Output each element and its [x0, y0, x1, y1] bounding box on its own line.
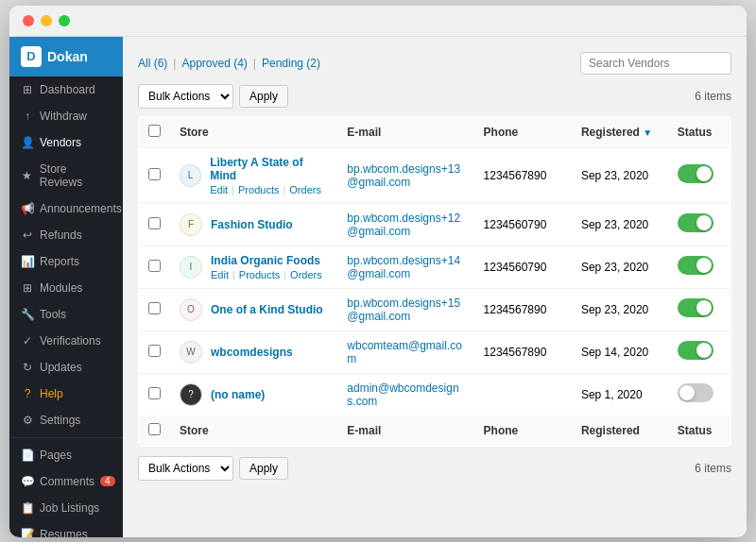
sidebar-label-verifications: Verifications	[40, 334, 101, 347]
store-avatar: L	[180, 164, 201, 187]
footer-status: Status	[668, 415, 731, 447]
store-name-link[interactable]: India Organic Foods	[211, 254, 322, 267]
toggle-knob	[696, 343, 712, 358]
vendors-icon: 👤	[21, 136, 34, 149]
bulk-actions-select-bottom[interactable]: Bulk Actions Delete Approve Reject	[138, 456, 233, 481]
store-email: bp.wbcom.designs+14@gmail.com	[337, 246, 473, 288]
sidebar-label-pages: Pages	[40, 449, 72, 462]
store-cell: FFashion Studio	[170, 203, 337, 246]
footer-phone: Phone	[474, 415, 572, 447]
store-email: bp.wbcom.designs+12@gmail.com	[337, 203, 473, 246]
top-actions-bar: Bulk Actions Delete Approve Reject Apply…	[138, 84, 731, 109]
sidebar-item-announcements[interactable]: 📢 Announcements	[9, 195, 123, 222]
sidebar-item-vendors[interactable]: 👤 Vendors	[9, 129, 123, 156]
row-checkbox[interactable]	[148, 345, 161, 357]
store-registered: Sep 23, 2020	[572, 246, 668, 288]
footer-email: E-mail	[337, 415, 473, 447]
sidebar-item-refunds[interactable]: ↩ Refunds	[9, 222, 123, 248]
withdraw-icon: ↑	[21, 110, 34, 123]
header-registered[interactable]: Registered ▼	[572, 116, 668, 147]
header-phone: Phone	[474, 116, 572, 147]
refunds-icon: ↩	[21, 229, 34, 242]
store-name-link[interactable]: Liberty A State of Mind	[210, 156, 328, 182]
updates-icon: ↻	[21, 361, 34, 374]
status-toggle[interactable]	[678, 164, 713, 183]
row-actions: Edit|Products|Orders	[210, 184, 328, 195]
bottom-actions-bar: Bulk Actions Delete Approve Reject Apply…	[138, 456, 731, 481]
row-checkbox[interactable]	[148, 387, 161, 399]
status-toggle[interactable]	[678, 383, 713, 402]
sidebar-item-settings[interactable]: ⚙ Settings	[9, 407, 123, 433]
pages-icon: 📄	[21, 449, 34, 462]
sidebar-item-job-listings[interactable]: 📋 Job Listings	[9, 495, 123, 521]
header-status: Status	[668, 116, 731, 147]
row-action-edit[interactable]: Edit	[211, 269, 229, 280]
announcements-icon: 📢	[21, 202, 34, 215]
table-footer-row: Store E-mail Phone Registered Status	[139, 415, 731, 447]
maximize-button[interactable]	[59, 15, 70, 26]
sidebar-label-updates: Updates	[40, 361, 82, 374]
sidebar-item-help[interactable]: ? Help	[9, 381, 123, 407]
status-toggle[interactable]	[678, 213, 713, 232]
search-vendors-wrap	[580, 52, 731, 75]
store-registered: Sep 23, 2020	[572, 147, 668, 203]
sidebar-item-comments[interactable]: 💬 Comments 4	[9, 468, 123, 495]
store-name-link[interactable]: wbcomdesigns	[211, 346, 293, 359]
bulk-actions-select-top[interactable]: Bulk Actions Delete Approve Reject	[138, 84, 233, 109]
row-action-orders[interactable]: Orders	[289, 184, 321, 195]
filter-approved[interactable]: Approved (4)	[181, 57, 247, 70]
comments-icon: 💬	[21, 475, 34, 488]
store-phone: 1234567890	[474, 288, 572, 330]
status-toggle[interactable]	[678, 298, 713, 317]
modules-icon: ⊞	[21, 281, 34, 295]
sidebar-item-resumes[interactable]: 📝 Resumes	[9, 521, 123, 537]
row-checkbox[interactable]	[148, 302, 161, 314]
search-vendors-input[interactable]	[580, 52, 731, 75]
row-action-products[interactable]: Products	[238, 184, 279, 195]
store-avatar: I	[180, 256, 202, 279]
tools-icon: 🔧	[21, 308, 34, 321]
store-name-link[interactable]: Fashion Studio	[211, 218, 293, 231]
store-cell: LLiberty A State of MindEdit|Products|Or…	[170, 147, 337, 203]
sidebar-item-reports[interactable]: 📊 Reports	[9, 248, 123, 275]
sidebar-label-help: Help	[40, 387, 63, 400]
verifications-icon: ✓	[21, 334, 34, 347]
sidebar-item-tools[interactable]: 🔧 Tools	[9, 301, 123, 328]
row-action-products[interactable]: Products	[239, 269, 280, 280]
store-avatar: F	[180, 213, 202, 236]
items-count-bottom: 6 items	[695, 462, 731, 475]
row-action-orders[interactable]: Orders	[290, 269, 322, 280]
table-row: OOne of a Kind Studiobp.wbcom.designs+15…	[139, 288, 731, 330]
status-toggle[interactable]	[678, 256, 713, 275]
sidebar-item-pages[interactable]: 📄 Pages	[9, 442, 123, 468]
store-status-cell	[668, 288, 731, 330]
row-checkbox[interactable]	[148, 168, 161, 180]
store-status-cell	[668, 373, 731, 415]
apply-button-top[interactable]: Apply	[239, 85, 288, 108]
row-actions: Edit|Products|Orders	[211, 269, 322, 280]
sidebar-item-dashboard[interactable]: ⊞ Dashboard	[9, 76, 123, 103]
vendors-table: Store E-mail Phone Registered ▼ Status L…	[138, 116, 731, 447]
sidebar-label-modules: Modules	[40, 281, 82, 295]
reports-icon: 📊	[21, 255, 34, 268]
row-action-edit[interactable]: Edit	[210, 184, 228, 195]
row-checkbox[interactable]	[148, 260, 161, 272]
toggle-knob	[696, 300, 712, 315]
minimize-button[interactable]	[41, 15, 52, 26]
header-checkbox-col	[139, 116, 171, 147]
store-name-link[interactable]: (no name)	[211, 388, 265, 401]
sidebar-item-verifications[interactable]: ✓ Verifications	[9, 328, 123, 354]
select-all-checkbox-bottom[interactable]	[148, 423, 161, 435]
sidebar-item-updates[interactable]: ↻ Updates	[9, 354, 123, 381]
close-button[interactable]	[23, 15, 34, 26]
filter-pending[interactable]: Pending (2)	[262, 57, 320, 70]
status-toggle[interactable]	[678, 341, 713, 360]
sidebar-item-withdraw[interactable]: ↑ Withdraw	[9, 103, 123, 129]
select-all-checkbox[interactable]	[148, 125, 161, 137]
apply-button-bottom[interactable]: Apply	[239, 457, 288, 480]
sidebar-item-modules[interactable]: ⊞ Modules	[9, 275, 123, 301]
store-name-link[interactable]: One of a Kind Studio	[211, 303, 323, 316]
filter-all[interactable]: All (6)	[138, 57, 167, 70]
sidebar-item-store-reviews[interactable]: ★ Store Reviews	[9, 156, 123, 195]
row-checkbox[interactable]	[148, 217, 161, 229]
